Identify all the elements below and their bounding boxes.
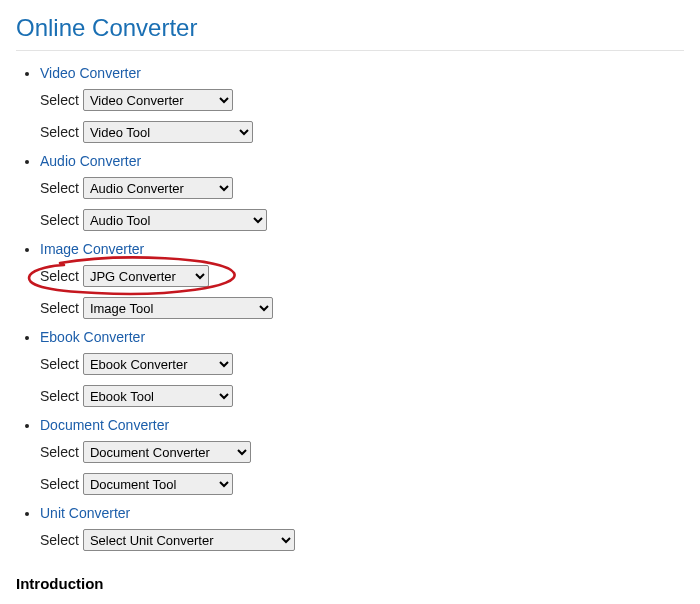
section-link[interactable]: Document Converter	[40, 417, 169, 433]
select-label: Select	[40, 268, 79, 284]
select-row: SelectVideo Converter	[40, 89, 684, 111]
select-row: SelectDocument Converter	[40, 441, 684, 463]
list-item: Unit ConverterSelectSelect Unit Converte…	[40, 505, 684, 551]
select-label: Select	[40, 180, 79, 196]
select-row: SelectAudio Converter	[40, 177, 684, 199]
section-link[interactable]: Unit Converter	[40, 505, 130, 521]
audio-tool-select[interactable]: Audio Tool	[83, 209, 267, 231]
select-row: SelectEbook Tool	[40, 385, 684, 407]
select-label: Select	[40, 444, 79, 460]
section-link[interactable]: Ebook Converter	[40, 329, 145, 345]
section-link[interactable]: Video Converter	[40, 65, 141, 81]
divider	[16, 50, 684, 51]
select-label: Select	[40, 532, 79, 548]
select-label: Select	[40, 356, 79, 372]
select-row: SelectSelect Unit Converter	[40, 529, 684, 551]
list-item: Ebook ConverterSelectEbook ConverterSele…	[40, 329, 684, 407]
section-link[interactable]: Audio Converter	[40, 153, 141, 169]
page-title: Online Converter	[16, 14, 684, 42]
audio-converter-select[interactable]: Audio Converter	[83, 177, 233, 199]
unit-converter-select[interactable]: Select Unit Converter	[83, 529, 295, 551]
select-row: SelectImage Tool	[40, 297, 684, 319]
list-item: Video ConverterSelectVideo ConverterSele…	[40, 65, 684, 143]
select-label: Select	[40, 388, 79, 404]
list-item: Document ConverterSelectDocument Convert…	[40, 417, 684, 495]
converter-list: Video ConverterSelectVideo ConverterSele…	[16, 65, 684, 551]
document-converter-select[interactable]: Document Converter	[83, 441, 251, 463]
select-row: SelectDocument Tool	[40, 473, 684, 495]
introduction-heading: Introduction	[16, 575, 684, 592]
list-item: Audio ConverterSelectAudio ConverterSele…	[40, 153, 684, 231]
ebook-converter-select[interactable]: Ebook Converter	[83, 353, 233, 375]
ebook-tool-select[interactable]: Ebook Tool	[83, 385, 233, 407]
select-row: SelectAudio Tool	[40, 209, 684, 231]
image-converter-select[interactable]: JPG Converter	[83, 265, 209, 287]
video-converter-select[interactable]: Video Converter	[83, 89, 233, 111]
select-row: SelectEbook Converter	[40, 353, 684, 375]
select-label: Select	[40, 92, 79, 108]
select-row: SelectVideo Tool	[40, 121, 684, 143]
select-row: SelectJPG Converter	[40, 265, 684, 287]
select-label: Select	[40, 124, 79, 140]
section-link[interactable]: Image Converter	[40, 241, 144, 257]
document-tool-select[interactable]: Document Tool	[83, 473, 233, 495]
image-tool-select[interactable]: Image Tool	[83, 297, 273, 319]
select-label: Select	[40, 300, 79, 316]
list-item: Image ConverterSelectJPG ConverterSelect…	[40, 241, 684, 319]
select-label: Select	[40, 476, 79, 492]
video-tool-select[interactable]: Video Tool	[83, 121, 253, 143]
select-label: Select	[40, 212, 79, 228]
